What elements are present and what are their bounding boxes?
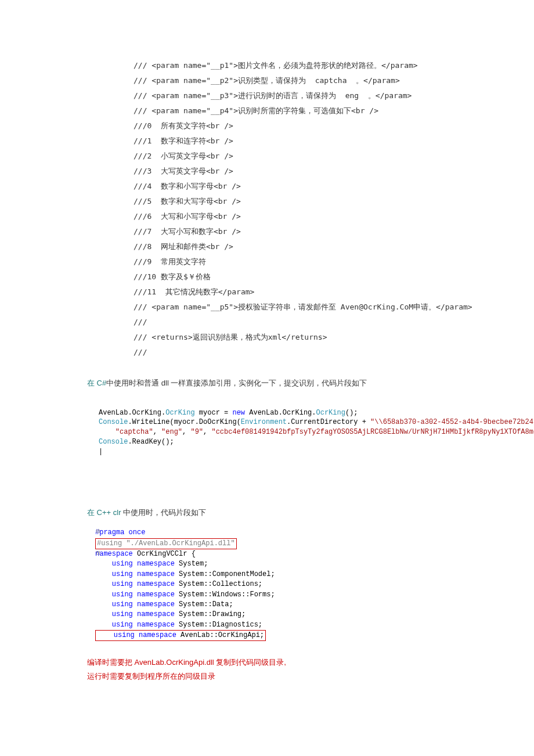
csharp-section-label: 在 C#中使用时和普通 dll 一样直接添加引用，实例化一下，提交识别，代码片段… xyxy=(87,377,499,390)
doc-comment-line: ///2 小写英文字母<br /> xyxy=(134,149,499,164)
xml-doc-comment-block: /// <param name="__p1">图片文件名，必须为盘符形状的绝对路… xyxy=(134,58,499,360)
note-line: 编译时需要把 AvenLab.OcrKingApi.dll 复制到代码同级目录, xyxy=(87,656,499,669)
cpp-code-line: #using "./AvenLab.OcrKingApi.dll" xyxy=(95,538,499,549)
cpp-section-label: 在 C++ clr 中使用时，代码片段如下 xyxy=(87,507,499,519)
doc-comment-line: /// xyxy=(134,315,499,330)
doc-comment-line: ///9 常用英文字符 xyxy=(134,254,499,269)
doc-comment-line: ///7 大写小写和数字<br /> xyxy=(134,224,499,239)
doc-comment-line: ///6 大写和小写字母<br /> xyxy=(134,209,499,224)
cpp-code-line: using namespace System::Data; xyxy=(95,600,499,610)
doc-comment-line: ///11 其它情况纯数字</param> xyxy=(134,285,499,300)
cpp-code-snippet: ⊟#pragma once#using "./AvenLab.OcrKingAp… xyxy=(87,528,499,641)
doc-comment-line: ///10 数字及$￥价格 xyxy=(134,269,499,285)
label-text: 在 C# xyxy=(87,379,106,387)
cpp-code-line: ⊟namespace OcrKingVCClr { xyxy=(95,549,499,559)
doc-comment-line: ///0 所有英文字符<br /> xyxy=(134,118,499,134)
cpp-code-line: using namespace AvenLab::OcrKingApi; xyxy=(95,630,499,641)
cpp-code-line: using namespace System; xyxy=(95,559,499,569)
doc-comment-line: /// <returns>返回识别结果，格式为xml</returns> xyxy=(134,330,499,345)
note-line: 运行时需要复制到程序所在的同级目录 xyxy=(87,669,499,683)
doc-comment-line: /// <param name="__p5">授权验证字符串，请发邮件至 Ave… xyxy=(134,300,499,315)
document-page: /// <param name="__p1">图片文件名，必须为盘符形状的绝对路… xyxy=(0,0,534,718)
cpp-code-line: ⊟#pragma once xyxy=(95,528,499,538)
doc-comment-line: ///5 数字和大写字母<br /> xyxy=(134,194,499,209)
doc-comment-line: /// <param name="__p3">进行识别时的语言，请保持为 eng… xyxy=(134,88,499,103)
cpp-code-line: using namespace System::Windows::Forms; xyxy=(95,590,499,600)
doc-comment-line: /// <param name="__p4">识别时所需的字符集，可选值如下<b… xyxy=(134,103,499,118)
doc-comment-line: ///1 数字和连字符<br /> xyxy=(134,134,499,149)
label-text: 在 C++ clr xyxy=(87,508,123,517)
cpp-code-line: using namespace System::Diagnostics; xyxy=(95,620,499,630)
fold-gutter-icon: ⊟ xyxy=(95,549,101,558)
highlighted-box: using namespace AvenLab::OcrKingApi; xyxy=(95,630,266,641)
doc-comment-line: ///4 数字和小写字母<br /> xyxy=(134,179,499,194)
compile-note: 编译时需要把 AvenLab.OcrKingApi.dll 复制到代码同级目录,… xyxy=(87,656,499,683)
label-text: 中使用时和普通 dll 一样直接添加引用，实例化一下，提交识别，代码片段如下 xyxy=(106,379,367,387)
cpp-code-line: using namespace System::Collections; xyxy=(95,579,499,589)
fold-gutter-icon: ⊟ xyxy=(95,528,101,537)
csharp-code-snippet: AvenLab.OcrKing.OcrKing myocr = new Aven… xyxy=(99,398,499,467)
doc-comment-line: ///8 网址和邮件类<br /> xyxy=(134,239,499,254)
label-text: 中使用时，代码片段如下 xyxy=(123,508,206,517)
highlighted-box: #using "./AvenLab.OcrKingApi.dll" xyxy=(95,538,237,549)
cpp-code-line: using namespace System::ComponentModel; xyxy=(95,570,499,579)
doc-comment-line: ///3 大写英文字母<br /> xyxy=(134,164,499,179)
doc-comment-line: /// <param name="__p2">识别类型，请保持为 captcha… xyxy=(134,73,499,88)
doc-comment-line: /// <param name="__p1">图片文件名，必须为盘符形状的绝对路… xyxy=(134,58,499,73)
cpp-code-line: using namespace System::Drawing; xyxy=(95,610,499,620)
doc-comment-line: /// xyxy=(134,345,499,360)
